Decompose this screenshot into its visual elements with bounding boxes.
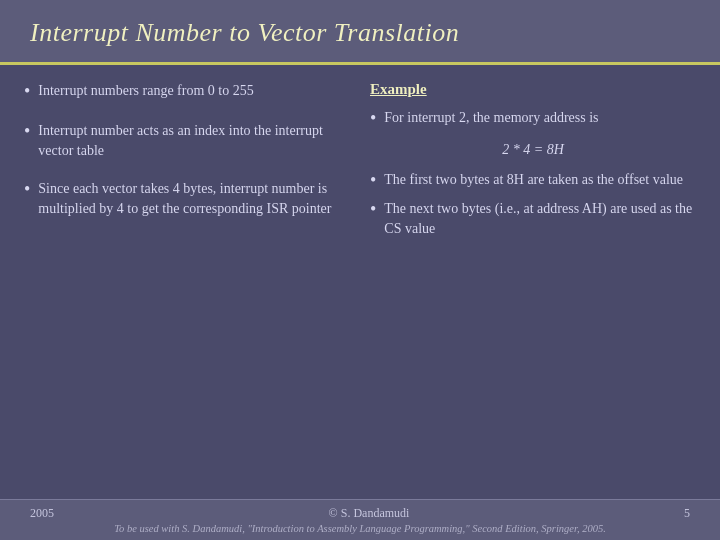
example-text-2: The first two bytes at 8H are taken as t… (384, 170, 683, 190)
footer-main: 2005 © S. Dandamudi 5 (30, 506, 690, 521)
slide-title: Interrupt Number to Vector Translation (30, 18, 459, 47)
slide: Interrupt Number to Vector Translation •… (0, 0, 720, 540)
footer: 2005 © S. Dandamudi 5 To be used with S.… (0, 499, 720, 540)
list-item: • Interrupt numbers range from 0 to 255 (24, 81, 350, 103)
example-section: Example • For interrupt 2, the memory ad… (370, 81, 696, 240)
bullet-text: Interrupt number acts as an index into t… (38, 121, 350, 162)
content-area: • Interrupt numbers range from 0 to 255 … (0, 65, 720, 499)
right-column: Example • For interrupt 2, the memory ad… (370, 81, 696, 491)
list-item: • Since each vector takes 4 bytes, inter… (24, 179, 350, 220)
bullet-text: Since each vector takes 4 bytes, interru… (38, 179, 350, 220)
bullet-icon: • (370, 108, 376, 130)
bullet-icon: • (24, 81, 30, 103)
left-column: • Interrupt numbers range from 0 to 255 … (24, 81, 350, 491)
bullet-text: Interrupt numbers range from 0 to 255 (38, 81, 253, 101)
bullet-icon: • (24, 179, 30, 201)
list-item: • For interrupt 2, the memory address is (370, 108, 696, 130)
example-text-1: For interrupt 2, the memory address is (384, 108, 598, 128)
footer-note: To be used with S. Dandamudi, "Introduct… (30, 523, 690, 534)
list-item: • Interrupt number acts as an index into… (24, 121, 350, 162)
list-item: • The next two bytes (i.e., at address A… (370, 199, 696, 240)
list-item: • The first two bytes at 8H are taken as… (370, 170, 696, 192)
formula-display: 2 * 4 = 8H (370, 142, 696, 158)
example-text-3: The next two bytes (i.e., at address AH)… (384, 199, 696, 240)
footer-year: 2005 (30, 506, 54, 521)
footer-page: 5 (684, 506, 690, 521)
bullet-icon: • (24, 121, 30, 143)
formula-text: 2 * 4 = 8H (502, 142, 564, 157)
example-heading: Example (370, 81, 696, 98)
bullet-icon: • (370, 170, 376, 192)
title-bar: Interrupt Number to Vector Translation (0, 0, 720, 65)
footer-copyright: © S. Dandamudi (329, 506, 410, 521)
bullet-icon: • (370, 199, 376, 221)
